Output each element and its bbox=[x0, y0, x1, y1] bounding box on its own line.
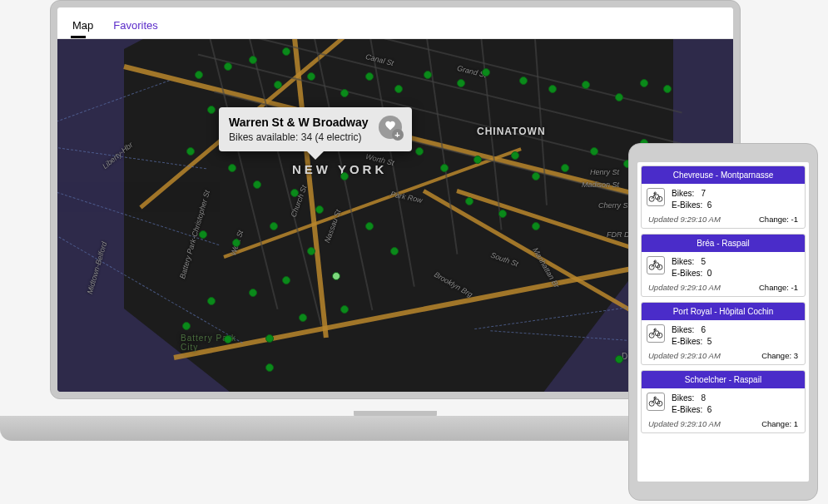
station-marker[interactable] bbox=[207, 106, 216, 114]
station-marker[interactable] bbox=[307, 247, 315, 255]
station-marker[interactable] bbox=[182, 322, 191, 330]
station-popup: Warren St & W Broadway Bikes available: … bbox=[219, 107, 412, 151]
station-marker[interactable] bbox=[532, 222, 540, 230]
station-marker[interactable] bbox=[249, 56, 257, 64]
favorite-card-stats: Bikes: 6 E-Bikes: 5 bbox=[672, 324, 711, 348]
popup-title: Warren St & W Broadway bbox=[229, 116, 369, 129]
station-marker[interactable] bbox=[473, 156, 482, 164]
svg-point-11 bbox=[654, 397, 656, 398]
favorite-button[interactable]: + bbox=[379, 116, 402, 139]
station-marker[interactable] bbox=[519, 77, 528, 85]
favorite-change: Change: -1 bbox=[759, 215, 798, 224]
map-label-newyork: NEW YORK bbox=[292, 162, 387, 176]
station-marker[interactable] bbox=[195, 71, 203, 79]
favorite-card-stats: Bikes: 7 E-Bikes: 6 bbox=[672, 188, 711, 211]
station-marker[interactable] bbox=[424, 71, 432, 79]
favorite-card-stats: Bikes: 8 E-Bikes: 6 bbox=[672, 393, 711, 416]
station-marker[interactable] bbox=[290, 189, 299, 197]
station-marker[interactable] bbox=[440, 164, 449, 172]
station-marker[interactable] bbox=[390, 247, 399, 255]
favorites-panel[interactable]: Chevreuse - Montparnasse Bikes: 7 E-Bike… bbox=[637, 162, 809, 482]
station-marker[interactable] bbox=[548, 85, 557, 93]
station-marker[interactable] bbox=[615, 355, 623, 363]
station-marker[interactable] bbox=[415, 147, 424, 156]
station-marker[interactable] bbox=[511, 151, 519, 160]
favorite-updated: Updated 9:29:10 AM bbox=[648, 351, 721, 360]
station-marker[interactable] bbox=[299, 314, 307, 322]
station-marker[interactable] bbox=[265, 334, 274, 343]
station-marker[interactable] bbox=[340, 305, 349, 314]
station-marker[interactable] bbox=[199, 230, 207, 239]
street-label: Madison St bbox=[582, 180, 619, 189]
station-marker[interactable] bbox=[457, 79, 465, 87]
station-marker[interactable] bbox=[532, 172, 540, 180]
station-marker[interactable] bbox=[394, 85, 403, 93]
tab-map[interactable]: Map bbox=[71, 14, 95, 38]
favorite-card[interactable]: Chevreuse - Montparnasse Bikes: 7 E-Bike… bbox=[641, 166, 806, 229]
tablet-frame: Chevreuse - Montparnasse Bikes: 7 E-Bike… bbox=[628, 143, 818, 501]
favorite-card[interactable]: Bréa - Raspail Bikes: 5 E-Bikes: 0 Updat… bbox=[641, 234, 806, 297]
station-marker[interactable] bbox=[274, 81, 282, 89]
favorite-change: Change: 3 bbox=[761, 351, 798, 360]
station-marker[interactable] bbox=[615, 93, 623, 101]
station-marker[interactable] bbox=[590, 147, 598, 156]
favorite-change: Change: -1 bbox=[759, 283, 798, 292]
station-marker[interactable] bbox=[224, 335, 232, 343]
station-marker[interactable] bbox=[253, 180, 261, 189]
station-marker[interactable] bbox=[340, 172, 349, 180]
station-marker[interactable] bbox=[498, 210, 507, 218]
street-label: Cherry St bbox=[598, 201, 630, 210]
station-marker[interactable] bbox=[561, 164, 569, 172]
station-marker[interactable] bbox=[270, 222, 278, 230]
station-marker[interactable] bbox=[582, 81, 590, 89]
favorite-change: Change: 1 bbox=[761, 419, 798, 428]
tab-bar: Map Favorites bbox=[57, 7, 733, 39]
station-marker[interactable] bbox=[307, 72, 315, 81]
favorite-card-stats: Bikes: 5 E-Bikes: 0 bbox=[672, 256, 711, 279]
favorite-card-title: Bréa - Raspail bbox=[642, 235, 805, 252]
favorite-card-title: Schoelcher - Raspail bbox=[642, 371, 805, 388]
station-marker[interactable] bbox=[482, 68, 490, 77]
plus-icon: + bbox=[392, 129, 404, 141]
station-marker[interactable] bbox=[365, 72, 374, 81]
station-marker[interactable] bbox=[265, 363, 274, 372]
favorite-updated: Updated 9:29:10 AM bbox=[648, 215, 721, 224]
station-marker[interactable] bbox=[282, 276, 290, 284]
svg-point-2 bbox=[654, 192, 656, 194]
svg-point-5 bbox=[654, 260, 656, 262]
station-marker[interactable] bbox=[315, 205, 324, 214]
favorite-card-title: Port Royal - Hôpital Cochin bbox=[642, 303, 805, 320]
street-label: Henry St bbox=[590, 168, 619, 176]
station-marker[interactable] bbox=[186, 147, 195, 156]
favorite-card[interactable]: Port Royal - Hôpital Cochin Bikes: 6 E-B… bbox=[641, 302, 806, 365]
station-marker[interactable] bbox=[232, 239, 240, 247]
map-label-chinatown: CHINATOWN bbox=[477, 126, 546, 137]
popup-subtitle: Bikes available: 34 (4 electric) bbox=[229, 131, 369, 143]
favorite-updated: Updated 9:29:10 AM bbox=[648, 283, 721, 292]
station-marker[interactable] bbox=[249, 289, 257, 297]
station-marker[interactable] bbox=[365, 222, 374, 230]
station-marker[interactable] bbox=[332, 272, 340, 280]
station-marker[interactable] bbox=[640, 79, 648, 87]
bike-icon bbox=[647, 256, 665, 274]
station-marker[interactable] bbox=[663, 85, 672, 93]
tab-favorites[interactable]: Favorites bbox=[112, 14, 159, 38]
station-marker[interactable] bbox=[282, 47, 290, 56]
bike-icon bbox=[647, 393, 665, 411]
station-marker[interactable] bbox=[224, 62, 232, 71]
favorite-updated: Updated 9:29:10 AM bbox=[648, 419, 721, 428]
station-marker[interactable] bbox=[465, 197, 473, 205]
station-marker[interactable] bbox=[340, 89, 349, 97]
favorite-card[interactable]: Schoelcher - Raspail Bikes: 8 E-Bikes: 6… bbox=[641, 370, 806, 433]
bike-icon bbox=[647, 324, 665, 343]
station-marker[interactable] bbox=[207, 297, 216, 305]
station-marker[interactable] bbox=[228, 164, 236, 172]
svg-point-8 bbox=[654, 329, 656, 330]
bike-icon bbox=[647, 188, 665, 206]
favorite-card-title: Chevreuse - Montparnasse bbox=[642, 166, 805, 184]
